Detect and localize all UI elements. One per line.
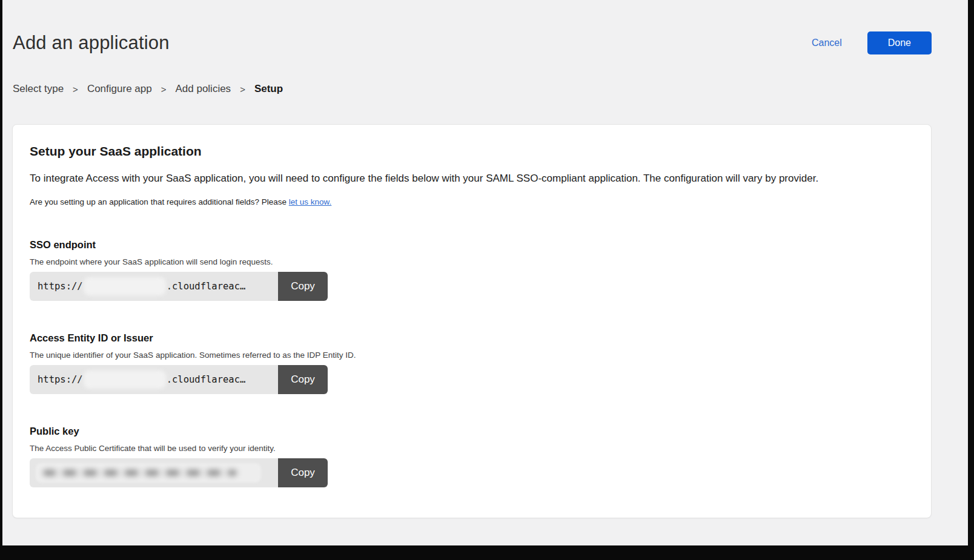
field-label: SSO endpoint bbox=[30, 239, 914, 251]
field-row: https:// .cloudflareac… Copy bbox=[30, 272, 328, 301]
field-description: The unique identifier of your SaaS appli… bbox=[30, 351, 914, 360]
copy-button[interactable]: Copy bbox=[278, 458, 328, 487]
breadcrumb-separator: > bbox=[73, 84, 78, 94]
breadcrumb-step-add-policies[interactable]: Add policies bbox=[175, 83, 231, 95]
redacted-blur bbox=[36, 463, 261, 483]
redacted-blur bbox=[84, 371, 166, 389]
cancel-button[interactable]: Cancel bbox=[812, 38, 842, 48]
field-section-entity-id: Access Entity ID or Issuer The unique id… bbox=[30, 332, 914, 394]
page-title: Add an application bbox=[13, 32, 170, 54]
redacted-blur bbox=[84, 277, 166, 295]
app-screen: Add an application Cancel Done Select ty… bbox=[2, 0, 968, 545]
value-suffix: .cloudflareac… bbox=[167, 281, 246, 292]
setup-card: Setup your SaaS application To integrate… bbox=[12, 124, 932, 518]
done-button[interactable]: Done bbox=[867, 31, 932, 54]
field-row: https:// .cloudflareac… Copy bbox=[30, 365, 328, 394]
breadcrumb-step-setup: Setup bbox=[254, 83, 283, 95]
value-prefix: https:// bbox=[38, 374, 83, 385]
breadcrumb: Select type > Configure app > Add polici… bbox=[13, 83, 932, 95]
let-us-know-link[interactable]: let us know. bbox=[289, 197, 332, 206]
breadcrumb-separator: > bbox=[240, 84, 245, 94]
card-heading: Setup your SaaS application bbox=[30, 144, 914, 159]
card-note-text: Are you setting up an application that r… bbox=[30, 197, 287, 206]
field-label: Public key bbox=[30, 426, 914, 437]
breadcrumb-step-configure-app[interactable]: Configure app bbox=[87, 83, 152, 95]
card-intro-text: To integrate Access with your SaaS appli… bbox=[30, 172, 914, 185]
field-section-sso-endpoint: SSO endpoint The endpoint where your Saa… bbox=[30, 239, 914, 301]
breadcrumb-separator: > bbox=[161, 84, 167, 94]
field-description: The endpoint where your SaaS application… bbox=[30, 257, 914, 266]
value-prefix: https:// bbox=[38, 281, 83, 292]
field-label: Access Entity ID or Issuer bbox=[30, 332, 914, 344]
field-description: The Access Public Certificate that will … bbox=[30, 444, 914, 453]
value-suffix: .cloudflareac… bbox=[167, 374, 246, 385]
field-row: Copy bbox=[30, 458, 328, 487]
copy-button[interactable]: Copy bbox=[278, 365, 328, 394]
sso-endpoint-value[interactable]: https:// .cloudflareac… bbox=[30, 272, 278, 301]
card-note: Are you setting up an application that r… bbox=[30, 197, 914, 206]
page-header: Add an application Cancel Done bbox=[13, 31, 932, 54]
header-actions: Cancel Done bbox=[812, 31, 932, 54]
entity-id-value[interactable]: https:// .cloudflareac… bbox=[30, 365, 278, 394]
breadcrumb-step-select-type[interactable]: Select type bbox=[13, 83, 64, 95]
field-section-public-key: Public key The Access Public Certificate… bbox=[30, 426, 914, 487]
copy-button[interactable]: Copy bbox=[278, 272, 328, 301]
public-key-value[interactable] bbox=[30, 458, 278, 487]
